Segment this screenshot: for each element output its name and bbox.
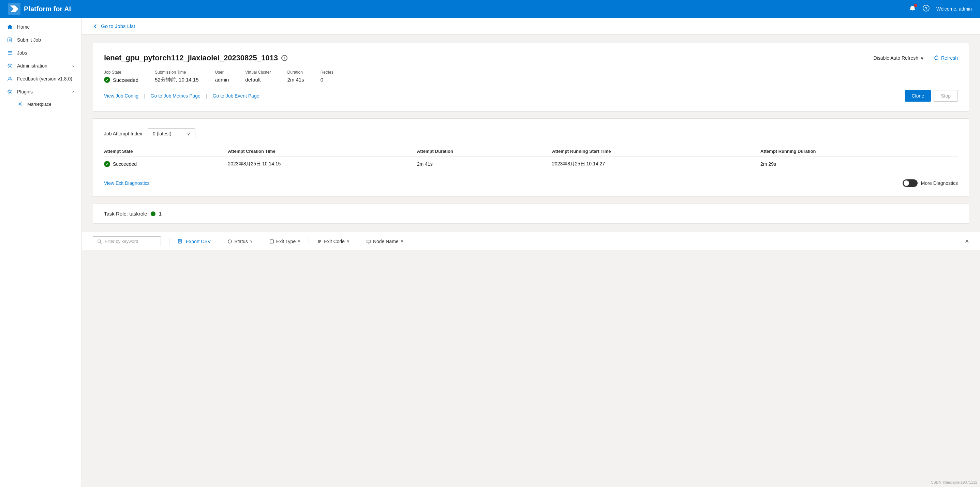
main-content: Go to Jobs List lenet_gpu_pytorch112_jia… xyxy=(82,18,980,487)
stat-virtual-cluster: Virtual Cluster default xyxy=(245,70,271,83)
diagnostics-row: View Exit Diagnostics More Diagnostics xyxy=(104,179,958,187)
view-exit-diagnostics-link[interactable]: View Exit Diagnostics xyxy=(104,180,150,186)
go-to-metrics-page-link[interactable]: Go to Job Metrics Page xyxy=(151,93,200,99)
filter-separator-4 xyxy=(309,238,309,245)
sidebar-item-home[interactable]: Home xyxy=(0,21,81,33)
exit-type-filter-label: Exit Type xyxy=(276,239,296,244)
sidebar-label-plugins: Plugins xyxy=(17,89,33,94)
submission-time-label: Submission Time xyxy=(155,70,199,75)
header-right: ? Welcome, admin xyxy=(909,5,972,13)
go-to-event-page-link[interactable]: Go to Job Event Page xyxy=(213,93,259,99)
status-filter-dropdown[interactable]: Status ∨ xyxy=(228,237,253,246)
attempt-running-duration-cell: 2m 29s xyxy=(760,157,958,172)
svg-rect-16 xyxy=(178,239,181,243)
attempt-creation-time-cell: 2023年8月25日 10:14:15 xyxy=(228,157,417,172)
exit-type-filter-dropdown[interactable]: Exit Type ∨ xyxy=(269,237,301,246)
link-separator-2: | xyxy=(206,93,207,99)
exit-code-chevron-icon: ∨ xyxy=(347,239,350,244)
task-role-card: Task Role: taskrole 1 xyxy=(93,204,969,224)
content-area: lenet_gpu_pytorch112_jiaxiaolei_20230825… xyxy=(82,35,980,232)
sidebar-item-marketplace[interactable]: Marketplace xyxy=(0,98,81,110)
attempt-index-label: Job Attempt Index xyxy=(104,131,142,137)
status-filter-label: Status xyxy=(234,239,248,244)
disable-auto-refresh-label: Disable Auto Refresh xyxy=(873,55,918,61)
svg-line-15 xyxy=(100,242,102,244)
attempt-state-cell: Succeeded xyxy=(104,157,228,171)
links-actions-row: View Job Config | Go to Job Metrics Page… xyxy=(104,90,958,102)
node-name-filter-label: Node Name xyxy=(373,239,399,244)
plugins-icon xyxy=(7,89,13,95)
node-name-filter-dropdown[interactable]: Node Name ∨ xyxy=(366,237,403,246)
notification-bell[interactable] xyxy=(909,5,916,13)
job-title-row: lenet_gpu_pytorch112_jiaxiaolei_20230825… xyxy=(104,53,958,63)
export-csv-button[interactable]: Export CSV xyxy=(178,237,211,246)
job-info-icon[interactable]: i xyxy=(281,55,288,61)
col-attempt-state: Attempt State xyxy=(104,146,228,157)
virtual-cluster-label: Virtual Cluster xyxy=(245,70,271,75)
job-state-label: Job State xyxy=(104,70,138,75)
view-job-config-link[interactable]: View Job Config xyxy=(104,93,138,99)
attempt-card: Job Attempt Index 0 (latest) ∨ Attempt S… xyxy=(93,118,969,197)
attempt-succeeded-dot xyxy=(104,161,110,167)
sidebar-item-feedback[interactable]: Feedback (version v1.8.0) xyxy=(0,72,81,85)
link-separator-1: | xyxy=(144,93,145,99)
user-label: User xyxy=(215,70,229,75)
job-title: lenet_gpu_pytorch112_jiaxiaolei_20230825… xyxy=(104,54,278,62)
exit-code-filter-dropdown[interactable]: Exit Code ∨ xyxy=(317,237,350,246)
sidebar-item-jobs[interactable]: Jobs xyxy=(0,46,81,59)
task-role-label: Task Role: taskrole xyxy=(104,211,147,216)
col-attempt-running-duration: Attempt Running Duration xyxy=(760,146,958,157)
filter-separator-2 xyxy=(219,238,219,245)
col-attempt-running-start-time: Attempt Running Start Time xyxy=(552,146,760,157)
more-diagnostics: More Diagnostics xyxy=(903,179,958,187)
stat-user: User admin xyxy=(215,70,229,83)
sidebar-item-plugins[interactable]: Plugins ∧ xyxy=(0,85,81,98)
help-icon[interactable]: ? xyxy=(923,5,929,13)
succeeded-status-dot xyxy=(104,77,110,83)
refresh-button[interactable]: Refresh xyxy=(934,55,958,61)
disable-auto-refresh-button[interactable]: Disable Auto Refresh ∨ xyxy=(869,53,928,63)
filter-by-keyword-input[interactable]: Filter by keyword xyxy=(93,236,161,246)
svg-rect-20 xyxy=(270,240,274,243)
more-diagnostics-toggle[interactable] xyxy=(903,179,918,187)
attempt-table: Attempt State Attempt Creation Time Atte… xyxy=(104,146,958,171)
welcome-text: Welcome, admin xyxy=(936,6,972,11)
feedback-icon xyxy=(7,76,13,82)
submission-time-value: 52分钟前, 10:14:15 xyxy=(155,77,199,83)
attempt-duration-cell: 2m 41s xyxy=(417,157,552,172)
admin-icon xyxy=(7,63,13,69)
sidebar-item-administration[interactable]: Administration ∨ xyxy=(0,59,81,72)
job-links: View Job Config | Go to Job Metrics Page… xyxy=(104,93,259,99)
job-stats: Job State Succeeded Submission Time 52分钟… xyxy=(104,70,958,83)
filter-close-button[interactable]: ✕ xyxy=(965,238,969,245)
virtual-cluster-value: default xyxy=(245,77,271,83)
stat-job-state: Job State Succeeded xyxy=(104,70,138,83)
svg-point-19 xyxy=(228,240,232,243)
duration-label: Duration xyxy=(287,70,304,75)
filter-placeholder: Filter by keyword xyxy=(105,239,138,244)
sidebar-item-submit-job[interactable]: Submit Job xyxy=(0,33,81,46)
stop-button[interactable]: Stop xyxy=(934,90,958,102)
filter-separator-5 xyxy=(358,238,358,245)
exit-code-filter-label: Exit Code xyxy=(324,239,345,244)
job-header-card: lenet_gpu_pytorch112_jiaxiaolei_20230825… xyxy=(93,43,969,111)
stat-submission-time: Submission Time 52分钟前, 10:14:15 xyxy=(155,70,199,83)
svg-rect-24 xyxy=(367,240,370,243)
go-to-jobs-list-button[interactable]: Go to Jobs List xyxy=(93,23,135,29)
col-attempt-creation-time: Attempt Creation Time xyxy=(228,146,417,157)
clone-button[interactable]: Clone xyxy=(905,90,931,102)
watermark: CSDN @jiaxiaolei19871112 xyxy=(931,480,977,484)
breadcrumb-bar: Go to Jobs List xyxy=(82,18,980,35)
sidebar-label-administration: Administration xyxy=(17,63,48,68)
export-csv-label: Export CSV xyxy=(186,239,211,244)
filter-separator-3 xyxy=(261,238,261,245)
jobs-icon xyxy=(7,50,13,56)
app-header: Platform for AI ? Welcome, admin xyxy=(0,0,980,18)
status-chevron-icon: ∨ xyxy=(250,239,253,244)
attempt-index-select[interactable]: 0 (latest) ∨ xyxy=(148,128,196,139)
task-role-dot xyxy=(151,212,156,216)
logo-text: Platform for AI xyxy=(24,5,71,13)
stat-retries: Retries 0 xyxy=(321,70,334,83)
sidebar-label-home: Home xyxy=(17,24,30,30)
home-icon xyxy=(7,24,13,30)
